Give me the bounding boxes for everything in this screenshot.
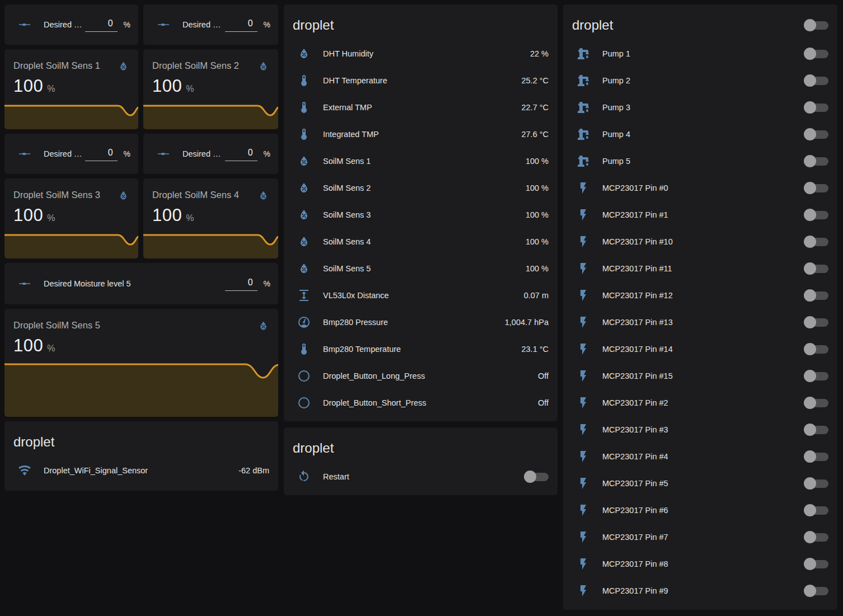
- entity-name: External TMP: [323, 103, 372, 112]
- entity-row[interactable]: Integrated TMP27.6 °C: [284, 121, 558, 148]
- wifi-card: droplet Droplet_WiFi_Signal_Sensor-62 dB…: [4, 421, 278, 491]
- desired-value-input[interactable]: 0: [225, 147, 257, 161]
- entity-name: Integrated TMP: [323, 130, 379, 139]
- entity-value: 22 %: [530, 49, 549, 58]
- toggle-switch[interactable]: [804, 101, 828, 114]
- desired-moisture-card-2[interactable]: Desired … 0 %: [143, 4, 278, 45]
- switch-row[interactable]: Pump 4: [563, 121, 837, 148]
- desired-value-input[interactable]: 0: [225, 276, 257, 291]
- entity-name: SoilM Sens 2: [323, 184, 371, 192]
- switch-row[interactable]: MCP23017 Pin #14: [563, 336, 837, 363]
- switch-row[interactable]: MCP23017 Pin #11: [563, 255, 837, 282]
- entity-row[interactable]: SoilM Sens 4100 %: [284, 228, 558, 255]
- toggle-switch[interactable]: [804, 208, 828, 222]
- entity-name: MCP23017 Pin #4: [602, 452, 668, 461]
- entity-row[interactable]: DHT Humidity22 %: [284, 40, 558, 67]
- water-percent-icon: [293, 43, 315, 65]
- switch-row[interactable]: Pump 1: [563, 40, 837, 67]
- entity-row[interactable]: Droplet_Button_Short_PressOff: [284, 389, 558, 416]
- desired-label: Desired …: [44, 20, 85, 29]
- switch-row[interactable]: Pump 5: [563, 148, 837, 175]
- switch-row[interactable]: MCP23017 Pin #12: [563, 282, 837, 309]
- entity-row[interactable]: SoilM Sens 5100 %: [284, 255, 558, 282]
- toggle-switch[interactable]: [804, 396, 828, 410]
- toggle-switch[interactable]: [804, 289, 828, 302]
- entity-row[interactable]: Droplet_Button_Long_PressOff: [284, 363, 558, 389]
- toggle-switch[interactable]: [804, 128, 828, 141]
- toggle-switch[interactable]: [804, 342, 828, 356]
- switch-row[interactable]: Restart: [284, 463, 558, 490]
- water-pump-icon: [572, 96, 594, 119]
- switch-row[interactable]: MCP23017 Pin #1: [563, 201, 837, 228]
- switch-row[interactable]: MCP23017 Pin #5: [563, 470, 837, 497]
- soil-sensor-card-3[interactable]: Droplet SoilM Sens 3 100 %: [4, 178, 138, 258]
- toggle-switch[interactable]: [804, 74, 828, 87]
- toggle-switch[interactable]: [804, 181, 828, 195]
- toggle-switch[interactable]: [804, 316, 828, 329]
- toggle-switch[interactable]: [804, 504, 828, 517]
- entity-row[interactable]: External TMP22.7 °C: [284, 94, 558, 121]
- entity-row[interactable]: Bmp280 Pressure1,004.7 hPa: [284, 309, 558, 336]
- thermometer-icon: [293, 123, 315, 145]
- toggle-switch[interactable]: [804, 369, 828, 383]
- toggle-switch[interactable]: [804, 235, 828, 248]
- desired-moisture-card-5[interactable]: Desired Moisture level 5 0 %: [4, 263, 278, 304]
- toggle-switch[interactable]: [804, 530, 828, 544]
- entity-name: Pump 4: [602, 130, 630, 139]
- water-pump-icon: [572, 150, 594, 172]
- sensor-unit: %: [186, 84, 194, 94]
- entity-row[interactable]: Droplet_WiFi_Signal_Sensor-62 dBm: [4, 457, 278, 484]
- switch-row[interactable]: MCP23017 Pin #13: [563, 309, 837, 336]
- desired-moisture-card-3[interactable]: Desired … 0 %: [4, 134, 138, 174]
- entity-row[interactable]: VL53L0x Distance0.07 m: [284, 282, 558, 309]
- switch-row[interactable]: MCP23017 Pin #0: [563, 175, 837, 201]
- switch-row[interactable]: MCP23017 Pin #2: [563, 389, 837, 416]
- desired-value-input[interactable]: 0: [85, 17, 118, 32]
- flash-icon: [572, 365, 594, 387]
- toggle-switch[interactable]: [804, 47, 828, 60]
- toggle-switch[interactable]: [804, 450, 828, 463]
- soil-sensor-card-1[interactable]: Droplet SoilM Sens 1 100 %: [4, 49, 138, 129]
- switch-row[interactable]: MCP23017 Pin #8: [563, 551, 837, 577]
- entity-row[interactable]: SoilM Sens 2100 %: [284, 175, 558, 201]
- sensor-sparkline: [143, 103, 278, 129]
- soil-sensor-card-4[interactable]: Droplet SoilM Sens 4 100 %: [143, 178, 278, 258]
- flash-icon: [572, 311, 594, 333]
- entity-name: SoilM Sens 3: [323, 210, 371, 219]
- desired-moisture-card-4[interactable]: Desired … 0 %: [143, 134, 278, 174]
- entity-row[interactable]: SoilM Sens 1100 %: [284, 148, 558, 175]
- desired-moisture-card-1[interactable]: Desired … 0 %: [4, 4, 138, 45]
- entity-row[interactable]: DHT Temperature25.2 °C: [284, 67, 558, 94]
- entity-name: MCP23017 Pin #8: [602, 559, 668, 568]
- switch-row[interactable]: MCP23017 Pin #7: [563, 524, 837, 551]
- sensor-unit: %: [47, 84, 55, 94]
- entity-row[interactable]: Bmp280 Temperature23.1 °C: [284, 336, 558, 363]
- entity-name: SoilM Sens 1: [323, 157, 371, 166]
- switch-row[interactable]: MCP23017 Pin #15: [563, 363, 837, 389]
- toggle-switch[interactable]: [804, 477, 828, 490]
- sensor-unit: %: [47, 213, 55, 223]
- desired-value-input[interactable]: 0: [225, 17, 257, 32]
- switch-row[interactable]: MCP23017 Pin #3: [563, 416, 837, 443]
- restart-icon: [293, 465, 315, 488]
- toggle-switch[interactable]: [804, 262, 828, 275]
- toggle-switch[interactable]: [804, 584, 828, 598]
- entity-name: Bmp280 Temperature: [323, 345, 401, 354]
- switch-row[interactable]: Pump 2: [563, 67, 837, 94]
- toggle-switch[interactable]: [524, 470, 549, 483]
- switch-row[interactable]: MCP23017 Pin #4: [563, 443, 837, 470]
- switch-row[interactable]: MCP23017 Pin #9: [563, 577, 837, 604]
- toggle-switch[interactable]: [804, 557, 828, 571]
- switch-row[interactable]: Pump 3: [563, 94, 837, 121]
- soil-sensor-card-5[interactable]: Droplet SoilM Sens 5 100 %: [4, 309, 278, 417]
- flash-icon: [572, 257, 594, 280]
- switch-row[interactable]: MCP23017 Pin #10: [563, 228, 837, 255]
- toggle-switch[interactable]: [804, 423, 828, 436]
- toggle-switch[interactable]: [804, 154, 828, 168]
- group-toggle-switch[interactable]: [804, 18, 828, 32]
- entity-row[interactable]: SoilM Sens 3100 %: [284, 201, 558, 228]
- desired-value-input[interactable]: 0: [85, 147, 118, 161]
- soil-sensor-card-2[interactable]: Droplet SoilM Sens 2 100 %: [143, 49, 278, 129]
- switch-row[interactable]: MCP23017 Pin #6: [563, 497, 837, 524]
- desired-unit: %: [264, 20, 270, 29]
